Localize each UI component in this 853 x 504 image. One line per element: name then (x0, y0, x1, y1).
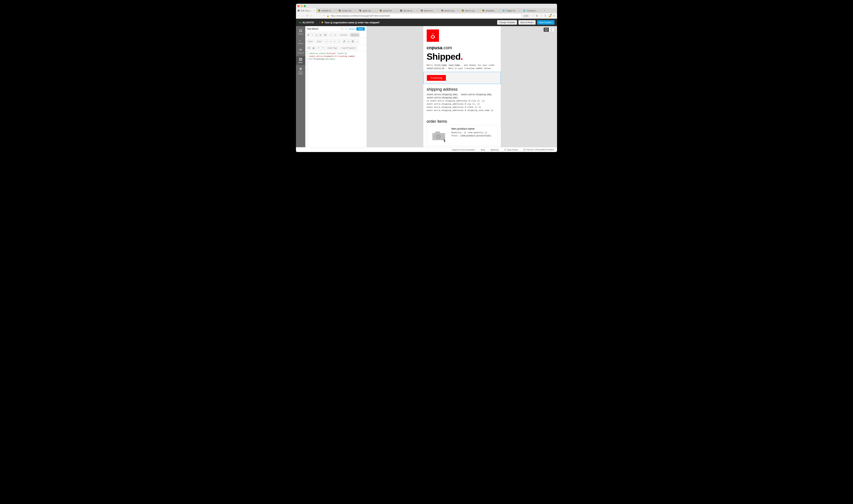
italic-button[interactable]: I (310, 33, 314, 37)
browser-tab[interactable]: editable text effects× (316, 8, 337, 13)
close-tab-icon[interactable]: × (457, 10, 458, 12)
font-select[interactable]: Font (306, 39, 314, 43)
tracking-block-selected[interactable]: Tracking (423, 72, 501, 84)
browser-tab[interactable]: iphone upload photo× (439, 8, 460, 13)
underline-button[interactable]: U (314, 33, 319, 37)
notification-icon[interactable]: 🔔 (548, 15, 551, 17)
rail-blockstyles[interactable]: Block Styles (296, 66, 305, 76)
favicon-icon (503, 10, 505, 12)
browser-tab[interactable]: iphone icloud uploa× (419, 8, 439, 13)
favicon-icon (482, 10, 484, 12)
zoom-badge[interactable]: 110% (523, 15, 529, 17)
svg-rect-8 (300, 58, 301, 60)
size-select[interactable]: Size (315, 39, 323, 43)
url-text: https://www.klaviyo.com/flow/message/XaF… (330, 15, 389, 17)
home-icon[interactable]: ⌂ (310, 15, 311, 17)
data-feeds-link[interactable]: Data Feeds (505, 149, 518, 151)
undo-button[interactable]: ↶ (317, 46, 321, 50)
image-button[interactable]: 🖼 (351, 39, 355, 43)
change-template-button[interactable]: Change Template (497, 20, 517, 24)
rail-block[interactable]: Block (296, 56, 305, 65)
insert-property-select[interactable]: Insert Property (340, 46, 357, 50)
close-tab-icon[interactable]: × (519, 10, 520, 12)
hr-button[interactable]: — (355, 39, 359, 43)
align-center-button[interactable]: ≡ (329, 39, 333, 43)
bold-button[interactable]: B (306, 33, 310, 37)
bookmark-icon[interactable]: ☆ (540, 15, 542, 17)
download-icon[interactable]: ⬇ (544, 15, 546, 17)
browser-tab[interactable]: How to upload phot× (460, 8, 480, 13)
cancel-button[interactable]: Cancel (348, 28, 355, 30)
protection-icon[interactable]: ✪ (536, 15, 538, 17)
blog-link[interactable]: Blog (481, 149, 485, 151)
close-tab-icon[interactable]: × (396, 10, 397, 12)
ul-button[interactable]: ≡• (333, 33, 337, 37)
columns-icon[interactable]: ☰ (345, 28, 347, 30)
unlink-button[interactable]: ⊘ (347, 39, 351, 43)
align-right-button[interactable]: ≡ (333, 39, 337, 43)
close-tab-icon[interactable]: × (416, 10, 417, 12)
table-button[interactable]: ▦ (311, 46, 315, 50)
email-subject-bar[interactable]: ‹ Your {{ organization.name }} order has… (319, 21, 380, 24)
desktop-view-button[interactable] (544, 28, 549, 32)
zoom-window-icon[interactable] (304, 5, 306, 7)
close-tab-icon[interactable]: × (437, 10, 438, 12)
source-button[interactable]: ⧉ Source (350, 33, 360, 37)
favicon-icon (420, 10, 423, 12)
forward-icon[interactable]: → (302, 15, 305, 17)
close-tab-icon[interactable]: × (498, 10, 500, 12)
personalize-help-link[interactable]: How Do I Personalize Emails? (523, 148, 554, 151)
bg-color-button[interactable]: A (323, 33, 328, 37)
klaviyo-logo[interactable]: KLAVIYO (298, 21, 314, 24)
help-icon[interactable]: ? (341, 28, 344, 30)
browser-tab[interactable]: Edit Your {{ organiza× (296, 8, 316, 13)
save-content-button[interactable]: Save Content › (537, 20, 555, 24)
gutter: 1 2 (305, 51, 309, 147)
ol-button[interactable]: ≡· (329, 33, 333, 37)
source-editor[interactable]: 1 2 <div><a class="button1" href="{{even… (305, 51, 367, 147)
svg-rect-3 (301, 31, 302, 32)
browser-tab[interactable]: Trigger for Package× (501, 8, 522, 13)
code-content[interactable]: <div><a class="button1" href="{{event.ex… (309, 51, 367, 147)
browser-tab[interactable]: upload all iphone ph× (378, 8, 399, 13)
close-tab-icon[interactable]: × (478, 10, 479, 12)
browser-tab[interactable]: Tracking number fro× (522, 8, 542, 13)
close-window-icon[interactable] (297, 5, 300, 7)
insert-tag-select[interactable]: Insert Tag (326, 46, 339, 50)
more-icon[interactable]: ⋯ (531, 15, 534, 17)
save-return-button[interactable]: Save & Return (519, 20, 536, 24)
redo-button[interactable]: ↷ (321, 46, 325, 50)
browser-tab[interactable]: Set up and use iClo× (399, 8, 419, 13)
clear-format-button[interactable]: ⌫ (306, 46, 311, 50)
align-justify-button[interactable]: ≡ (337, 39, 341, 43)
text-color-button[interactable]: A (319, 33, 323, 37)
svg-point-18 (438, 136, 439, 138)
browser-tab[interactable]: apple use cloud sto× (358, 8, 378, 13)
tab-label: apple use cloud sto (362, 10, 374, 12)
close-tab-icon[interactable]: × (355, 10, 356, 12)
close-tab-icon[interactable]: × (314, 10, 315, 12)
align-left-button[interactable]: ≡ (325, 39, 329, 43)
tracking-button[interactable]: Tracking (427, 75, 446, 81)
rail-styles[interactable]: a Styles (296, 37, 305, 46)
browser-tab[interactable]: shipstation delivere× (480, 8, 501, 13)
new-tab-button[interactable]: + (542, 8, 547, 13)
save-button[interactable]: Save (357, 27, 365, 31)
rail-blocks[interactable]: Blocks (296, 28, 305, 36)
format-select[interactable]: Format (339, 33, 349, 37)
reload-icon[interactable]: ↻ (306, 15, 308, 17)
address-bar[interactable]: 🛡 🔒 https://www.klaviyo.com/flow/message… (322, 14, 522, 18)
support-link[interactable]: Support & Documentation (452, 149, 475, 151)
link-button[interactable]: 🔗 (342, 39, 347, 43)
close-tab-icon[interactable]: × (539, 10, 541, 12)
close-tab-icon[interactable]: × (334, 10, 335, 12)
item-qty: Quantity: {{ item.quantity }} (452, 131, 495, 134)
minimize-window-icon[interactable] (301, 5, 303, 7)
twitter-link[interactable]: @klaviyo (490, 149, 499, 151)
back-icon[interactable]: ← (298, 15, 301, 17)
browser-tab[interactable]: envato element edit× (337, 8, 358, 13)
close-tab-icon[interactable]: × (375, 10, 376, 12)
mobile-view-button[interactable] (549, 28, 554, 32)
menu-icon[interactable]: ≡ (553, 15, 555, 17)
rail-preview[interactable]: Preview (296, 47, 305, 55)
